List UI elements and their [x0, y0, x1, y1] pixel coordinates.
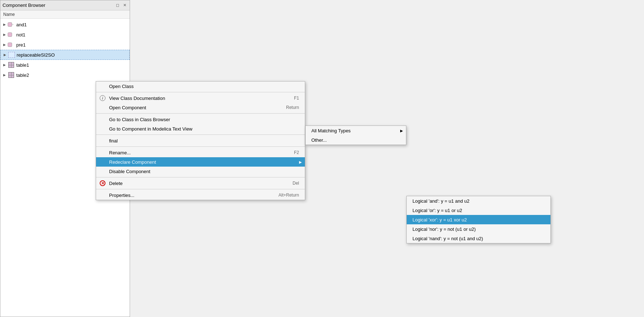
- menu-separator-6: [96, 189, 305, 189]
- menu-item-disable[interactable]: Disable Component: [96, 167, 305, 176]
- expand-and1[interactable]: ▶: [2, 22, 7, 27]
- menu-label-rename: Rename...: [109, 150, 131, 155]
- menu-item-delete[interactable]: ✕ Delete Del: [96, 179, 305, 188]
- menu-label-disable: Disable Component: [109, 169, 150, 174]
- expand-table1[interactable]: ▶: [2, 62, 7, 67]
- menu-label-logical-or: Logical 'or': y = u1 or u2: [412, 208, 462, 213]
- menu-label-other: Other...: [311, 137, 327, 143]
- tree-icon-table1: [8, 61, 15, 69]
- menu-label-goto-class-browser: Go to Class in Class Browser: [109, 117, 170, 122]
- menu-label-goto-modelica-text: Go to Component in Modelica Text View: [109, 126, 193, 132]
- menu-item-logical-nand[interactable]: Logical 'nand': y = not (u1 and u2): [407, 234, 550, 243]
- menu-item-goto-class-browser[interactable]: Go to Class in Class Browser: [96, 115, 305, 124]
- menu-separator-4: [96, 146, 305, 147]
- name-column-header: Name: [3, 12, 15, 17]
- expand-not1[interactable]: ▶: [2, 32, 7, 37]
- menu-label-open-class: Open Class: [109, 84, 134, 89]
- tree-label-pre1: pre1: [16, 42, 26, 48]
- menu-item-properties[interactable]: Properties... Alt+Return: [96, 190, 305, 200]
- menu-item-all-matching-types[interactable]: All Matching Types ▶: [306, 126, 406, 135]
- panel-header: Name: [0, 10, 130, 19]
- svg-rect-1: [8, 33, 12, 37]
- shortcut-open-component: Return: [286, 105, 299, 110]
- menu-item-logical-or[interactable]: Logical 'or': y = u1 or u2: [407, 206, 550, 215]
- menu-item-logical-xor[interactable]: Logical 'xor': y = u1 xor u2: [407, 215, 550, 224]
- menu-label-delete: Delete: [109, 181, 123, 186]
- tree-label-not1: not1: [16, 32, 25, 38]
- tree-icon-table2: [8, 71, 15, 79]
- tree-label-and1: and1: [16, 22, 27, 27]
- menu-item-logical-and[interactable]: Logical 'and': y = u1 and u2: [407, 196, 550, 206]
- menu-item-logical-nor[interactable]: Logical 'nor': y = not (u1 or u2): [407, 224, 550, 234]
- svg-rect-0: [8, 23, 12, 27]
- menu-item-final[interactable]: final: [96, 136, 305, 145]
- menu-label-properties: Properties...: [109, 193, 134, 198]
- menu-item-redeclare[interactable]: Redeclare Component ▶: [96, 157, 305, 167]
- submenu-all-matching-types: Logical 'and': y = u1 and u2 Logical 'or…: [406, 196, 551, 243]
- info-icon: i: [99, 94, 106, 102]
- tree-item-table2[interactable]: ▶ table2: [0, 70, 130, 80]
- menu-item-open-component[interactable]: Open Component Return: [96, 103, 305, 112]
- menu-item-goto-modelica-text[interactable]: Go to Component in Modelica Text View: [96, 124, 305, 133]
- tree-item-and1[interactable]: ▶ and1: [0, 19, 130, 30]
- titlebar-icons: ◻ ✕: [114, 3, 127, 8]
- expand-pre1[interactable]: ▶: [2, 42, 7, 47]
- panel-title: Component Browser: [3, 3, 46, 8]
- tree-item-table1[interactable]: ▶ table1: [0, 60, 130, 70]
- menu-label-all-matching-types: All Matching Types: [311, 128, 351, 133]
- menu-item-view-class-doc[interactable]: i View Class Documentation F1: [96, 93, 305, 103]
- menu-label-logical-and: Logical 'and': y = u1 and u2: [412, 198, 470, 204]
- menu-item-other[interactable]: Other...: [306, 135, 406, 145]
- tree-item-replaceableSI2SO[interactable]: ▶ replaceableSI2SO: [0, 50, 130, 60]
- tree-label-replaceableSI2SO: replaceableSI2SO: [17, 52, 55, 58]
- delete-icon: ✕: [99, 180, 106, 187]
- shortcut-delete: Del: [293, 181, 299, 186]
- menu-item-rename[interactable]: Rename... F2: [96, 148, 305, 157]
- tree-label-table2: table2: [16, 72, 29, 78]
- menu-label-redeclare: Redeclare Component: [109, 159, 156, 165]
- menu-separator-5: [96, 177, 305, 177]
- menu-label-open-component: Open Component: [109, 105, 146, 110]
- tree-icon-not1: [8, 31, 15, 38]
- menu-separator-1: [96, 92, 305, 92]
- menu-label-logical-nor: Logical 'nor': y = not (u1 or u2): [412, 226, 476, 232]
- svg-rect-2: [8, 43, 12, 47]
- tree-icon-and1: [8, 21, 15, 28]
- shortcut-properties: Alt+Return: [278, 193, 299, 198]
- menu-label-view-class-doc: View Class Documentation: [109, 96, 165, 101]
- menu-separator-3: [96, 135, 305, 135]
- tree-icon-replaceableSI2SO: [8, 51, 15, 58]
- expand-table2[interactable]: ▶: [2, 72, 7, 78]
- submenu-redeclare: All Matching Types ▶ Other...: [305, 126, 406, 145]
- shortcut-rename: F2: [294, 150, 299, 155]
- submenu-arrow-all-matching: ▶: [400, 129, 403, 133]
- expand-replaceableSI2SO[interactable]: ▶: [2, 52, 7, 57]
- menu-label-logical-xor: Logical 'xor': y = u1 xor u2: [412, 217, 467, 223]
- submenu-arrow-redeclare: ▶: [299, 160, 302, 164]
- restore-icon[interactable]: ◻: [114, 3, 120, 8]
- menu-label-final: final: [109, 138, 118, 144]
- shortcut-view-class-doc: F1: [294, 96, 299, 101]
- menu-label-logical-nand: Logical 'nand': y = not (u1 and u2): [412, 236, 483, 241]
- tree-item-not1[interactable]: ▶ not1: [0, 30, 130, 40]
- close-icon[interactable]: ✕: [122, 3, 127, 8]
- tree-icon-pre1: [8, 41, 15, 48]
- context-menu: Open Class i View Class Documentation F1…: [96, 81, 305, 200]
- panel-titlebar: Component Browser ◻ ✕: [0, 0, 130, 10]
- tree-label-table1: table1: [16, 62, 29, 68]
- menu-item-open-class[interactable]: Open Class: [96, 82, 305, 91]
- tree-item-pre1[interactable]: ▶ pre1: [0, 40, 130, 50]
- menu-separator-2: [96, 113, 305, 114]
